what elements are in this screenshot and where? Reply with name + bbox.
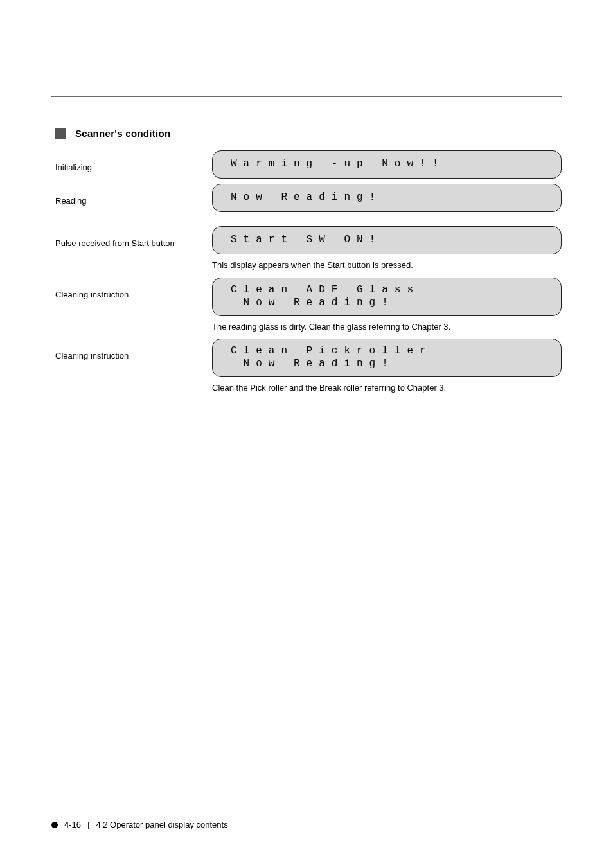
lcd-line-2: Now Reading! <box>231 296 548 309</box>
lcd-line-2: Now Reading! <box>231 357 548 370</box>
heading-rule <box>51 96 562 97</box>
lcd-line-1: Clean ADF Glass <box>231 284 420 296</box>
lcd-line-1: Clean Pickroller <box>231 345 432 357</box>
row-start-pulse: Pulse received from Start button Start S… <box>55 226 562 254</box>
desc-clean-roller: Clean the Pick roller and the Break roll… <box>212 382 562 394</box>
row-reading: Reading Now Reading! <box>55 184 562 212</box>
row-clean-roller: Cleaning instruction Clean Pickroller No… <box>55 339 562 377</box>
status-group: Scanner's condition Initializing Warming… <box>55 128 562 394</box>
row-clean-glass: Cleaning instruction Clean ADF Glass Now… <box>55 278 562 316</box>
footer-page-number: 4-16 <box>64 820 81 829</box>
label-clean-glass: Cleaning instruction <box>55 278 212 301</box>
label-reading: Reading <box>55 184 212 207</box>
lcd-start-sw-on: Start SW ON! <box>212 226 562 254</box>
bullet-icon <box>51 822 58 828</box>
footer-section-title: 4.2 Operator panel display contents <box>96 820 227 829</box>
label-clean-roller: Cleaning instruction <box>55 339 212 362</box>
lcd-clean-adf-glass: Clean ADF Glass Now Reading! <box>212 278 562 316</box>
group-title: Scanner's condition <box>75 128 170 139</box>
desc-start-pulse: This display appears when the Start butt… <box>212 260 562 271</box>
desc-clean-glass: The reading glass is dirty. Clean the gl… <box>212 321 562 333</box>
lcd-now-reading: Now Reading! <box>212 184 562 212</box>
label-start-pulse: Pulse received from Start button <box>55 226 212 249</box>
square-bullet-icon <box>55 128 66 139</box>
group-header: Scanner's condition <box>55 128 562 139</box>
page-footer: 4-16 | 4.2 Operator panel display conten… <box>51 820 228 829</box>
section-heading <box>51 96 562 97</box>
label-initializing: Initializing <box>55 150 212 173</box>
lcd-clean-pickroller: Clean Pickroller Now Reading! <box>212 339 562 377</box>
footer-divider: | <box>87 820 89 829</box>
row-initializing: Initializing Warming -up Now!! <box>55 150 562 179</box>
lcd-warming-up: Warming -up Now!! <box>212 150 562 179</box>
